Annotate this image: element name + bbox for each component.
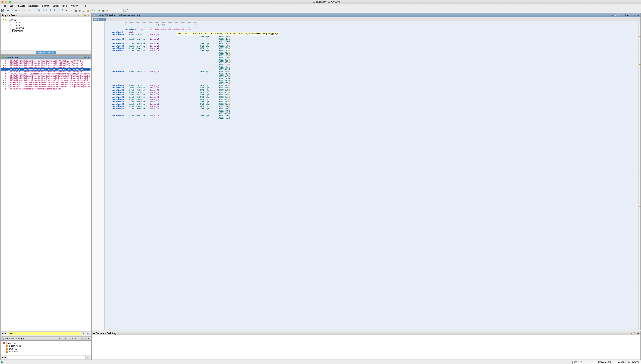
tool-r-icon[interactable]: R [53,8,56,12]
symbol-row[interactable]: ●▸f__T07DVIA_v232JailbreakDetectionViewC… [1,73,91,75]
dropdown-icon[interactable]: ▾ [84,337,87,340]
symbol-row[interactable]: ●▸f__T07DVIA_v232JailbreakDetectionViewC… [1,84,91,86]
nav-fwd-dropdown-icon[interactable]: ▾ [18,8,22,12]
copy-icon[interactable]: ⎘ [611,14,614,17]
register-icon[interactable]: ▣ [74,8,78,12]
add-icon[interactable]: ▫ [77,14,80,17]
dots-icon[interactable]: ⋮ [68,337,71,340]
tool-u-icon[interactable]: U [41,8,45,12]
marker-icon[interactable]: ▭ [111,8,115,12]
symbol-tree-body[interactable]: ●▸f__T07DVIA_v232JailbreakDetectionViewC… [1,60,91,331]
tab-close-icon[interactable]: ✕ [52,51,53,54]
close-icon[interactable]: ✕ [87,56,90,59]
dropdown-icon[interactable]: ▾ [58,337,61,340]
arrow2-icon[interactable]: ↗ [77,337,80,340]
tree-root[interactable]: ▼ 📁 DVIA-v2 [3,18,89,21]
dt-node[interactable]: ▸📙DVIA-v2 [3,348,89,350]
save-icon[interactable]: 💾 [1,8,4,12]
cursor-icon[interactable]: ↖ [617,14,620,17]
cursor-icon[interactable]: ✓ [70,8,74,12]
listing-tab[interactable]: DVIA-v2 ✕ [93,18,106,21]
menu-icon[interactable]: ▭ [630,14,633,17]
console-body[interactable] [92,335,640,360]
menu-edit[interactable]: Edit [8,4,15,8]
symbol-row[interactable]: ●▸f__T07DVIA_v232JailbreakDetectionViewC… [1,62,91,64]
tree-node[interactable]: 📄__DATA [3,24,89,27]
clear-filter-icon[interactable]: ✖ [82,332,86,336]
menu-navigation[interactable]: Navigation [27,4,40,8]
camera-icon[interactable]: ▣ [84,56,87,59]
tool-icon[interactable]: I [33,8,37,12]
symbol-row[interactable]: ●▸f__T07DVIA_v232JailbreakDetectionViewC… [1,75,91,77]
marker2-icon[interactable]: ▭ [115,8,119,12]
dt-node[interactable]: ▸📙BuiltInTypes [3,344,89,348]
nav-back-icon[interactable]: ← [55,337,58,340]
dt-filter-input[interactable] [8,356,86,359]
dropdown-icon[interactable]: ▾ [633,14,636,17]
symbol-row[interactable]: ●▸f__T07DVIA_v232JailbreakDetectionViewC… [1,70,91,73]
symbol-row[interactable]: ●▸f__T07DVIA_v232JailbreakDetectionViewC… [1,64,91,66]
tool-l-icon[interactable]: L [45,8,49,12]
overview-ruler[interactable] [638,21,640,330]
dropdown-icon[interactable]: ▾ [65,8,68,12]
symbol-row[interactable]: ●▸f__T07DVIA_v232JailbreakDetectionViewC… [1,86,91,88]
menu-search[interactable]: Search [40,4,51,8]
close-icon[interactable]: ✕ [636,332,639,335]
tool-b-icon[interactable]: B [61,8,64,12]
menu-file[interactable]: File [1,4,8,8]
menu-help[interactable]: Help [80,4,88,8]
menu-analysis[interactable]: Analysis [15,4,27,8]
edit-icon[interactable]: ✎ [633,332,636,335]
bookmark-icon[interactable]: ◉ [78,8,82,12]
undo-icon[interactable]: ↶ [24,8,27,12]
redo-icon[interactable]: ↷ [28,8,31,12]
zoom-window-icon[interactable] [9,1,11,3]
data-types-root[interactable]: 📕 Data Types [3,342,89,344]
symbol-row[interactable]: ●▸f__T07DVIA_v232JailbreakDetectionViewC… [1,79,91,81]
window-icon[interactable]: ▯ [82,8,86,12]
tab-close-icon[interactable]: ✕ [103,18,104,20]
snapshot-icon[interactable]: 📷 [627,14,630,17]
lock-icon[interactable]: 🔓 [630,332,633,335]
nav-fwd-icon[interactable]: ➡ [14,8,18,12]
symbol-row[interactable]: ●▸f__T07DVIA_v232JailbreakDetectionViewC… [1,81,91,84]
filter-settings-icon[interactable]: ⚙ [86,356,90,359]
filter-settings-icon[interactable]: ⚙ [86,332,90,336]
graph-icon[interactable]: ▶ [98,8,101,12]
cf-icon[interactable]: Cf [90,8,93,12]
photo-icon[interactable]: ▣ [84,14,87,17]
symbol-row[interactable]: ●▸f__T07DVIA_v232JailbreakDetectionViewC… [1,88,91,90]
nav-back-icon[interactable]: ⬅ [6,8,10,12]
tool-f-icon[interactable]: F [49,8,52,12]
arrow-icon[interactable]: ↘ [74,337,77,340]
close-icon[interactable]: ✕ [636,14,639,17]
close-window-icon[interactable] [2,1,4,3]
tree-node[interactable]: 📄EXTERNAL [3,30,89,33]
dropdown-icon[interactable]: ▾ [64,337,67,340]
program-trees-body[interactable]: ▼ 📁 DVIA-v2 📄__TEXT📄__DATA📄__LINKEDIT📄EX… [1,17,91,50]
menu-select[interactable]: Select [51,4,60,8]
dropdown-icon[interactable]: ▾ [71,337,74,340]
minimize-icon[interactable]: ▭ [81,337,83,340]
symbol-row[interactable]: ●▸f__T07DVIA_v232JailbreakDetectionViewC… [1,68,91,70]
close-icon[interactable]: ✕ [87,337,90,340]
script-icon[interactable]: ▣ [102,8,105,12]
tree-node[interactable]: 📄__TEXT [3,21,89,24]
minimize-window-icon[interactable] [5,1,7,3]
sync-icon[interactable]: ⇅ [624,14,626,17]
symbol-row[interactable]: ●▸f__T07DVIA_v232JailbreakDetectionViewC… [1,66,91,68]
bytes-icon[interactable]: ▤ [86,8,89,12]
data-type-body[interactable]: 📕 Data Types ▸📙BuiltInTypes▸📙DVIA-v2▸📙ma… [1,340,91,355]
lock-icon[interactable]: 🔓 [81,56,83,59]
menu-window[interactable]: Window [69,4,80,8]
home-icon[interactable]: ⌂ [620,14,623,17]
marker3-icon[interactable]: ▭ [119,8,122,12]
program-tree-tab[interactable]: Program Tree ✕ [36,51,56,54]
symbol-row[interactable]: ●▸f__T07DVIA_v232JailbreakDetectionViewC… [1,60,91,62]
nav-fwd-icon[interactable]: → [61,337,64,340]
symbol-filter-input[interactable] [8,332,81,336]
dt-node[interactable]: ▸📙mac_osx [3,350,89,353]
tree-node[interactable]: 📄__LINKEDIT [3,27,89,30]
close-icon[interactable]: ✕ [87,14,90,17]
paste-icon[interactable]: 📋 [614,14,617,17]
